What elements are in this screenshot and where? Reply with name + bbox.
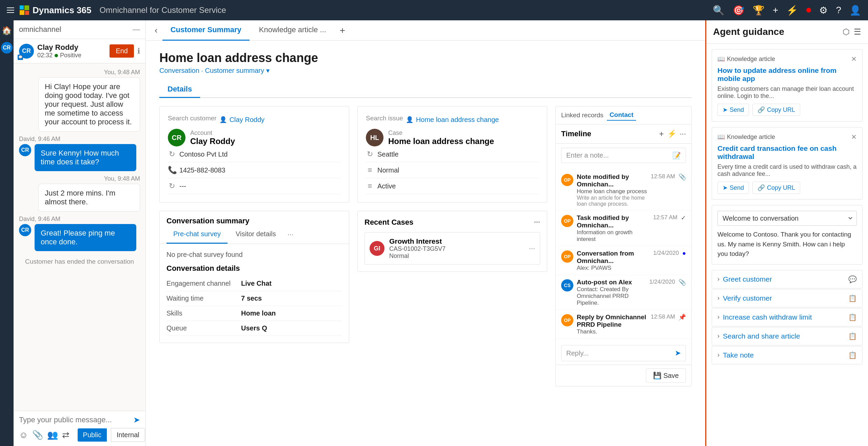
timeline-filter[interactable]: ⚡: [667, 129, 676, 138]
help-icon[interactable]: ?: [836, 5, 841, 16]
send-btn-1[interactable]: ➤ Send: [717, 182, 749, 194]
internal-button[interactable]: Internal: [111, 428, 145, 442]
pre-chat-tab[interactable]: Pre-chat survey: [166, 225, 228, 244]
step-item-0[interactable]: › Greet customer 💬: [712, 270, 863, 288]
summary-more[interactable]: ···: [284, 225, 297, 244]
case-item-0: GI Growth Interest CAS-01002-T3G5V7 Norm…: [364, 232, 540, 265]
timeline-entry-4: OP Reply by Omnichannel PRRD Pipeline Th…: [556, 310, 691, 339]
step-icon-2: 📋: [848, 313, 857, 321]
plus-icon[interactable]: +: [773, 5, 778, 16]
entry-subtitle-0: Home loan change process: [577, 188, 647, 195]
tab-add[interactable]: +: [336, 25, 349, 36]
timeline-entry-0: OP Note modified by Omnichan... Home loa…: [556, 170, 691, 211]
knowledge-title-0[interactable]: How to update address online from mobile…: [717, 66, 857, 83]
search-customer-label: Search customer: [168, 115, 217, 122]
timeline-add[interactable]: +: [659, 129, 664, 139]
step-arrow-0: ›: [717, 276, 719, 283]
copy-url-btn-0[interactable]: 🔗 Copy URL: [752, 104, 800, 116]
conv-detail-3: Queue Users Q: [166, 321, 342, 336]
target-icon[interactable]: 🎯: [733, 5, 745, 16]
step-item-3[interactable]: › Search and share article 📋: [712, 327, 863, 345]
recent-cases-more[interactable]: ···: [534, 218, 540, 227]
welcome-dropdown[interactable]: Welcome to conversation: [717, 211, 857, 226]
page-subtitle: Conversation · Customer summary ▾: [159, 66, 692, 75]
extra-value: ---: [179, 182, 186, 190]
case-avatar-0: GI: [370, 241, 384, 256]
minimize-icon[interactable]: —: [133, 25, 140, 34]
timeline-more[interactable]: ···: [680, 129, 686, 138]
public-button[interactable]: Public: [78, 428, 107, 442]
step-arrow-2: ›: [717, 313, 719, 321]
hamburger-menu[interactable]: [7, 7, 14, 13]
close-card-0[interactable]: ✕: [851, 55, 857, 63]
visitor-details-tab[interactable]: Visitor details: [229, 225, 283, 244]
recent-cases-card: Recent Cases ··· GI Growth Interest CAS-…: [357, 211, 547, 272]
emoji-icon[interactable]: ☺: [19, 430, 28, 440]
close-card-1[interactable]: ✕: [851, 133, 857, 141]
entry-icon-1: ✓: [681, 214, 686, 222]
linked-records-label: Linked records: [561, 112, 604, 119]
knowledge-title-1[interactable]: Credit card transaction fee on cash with…: [717, 144, 857, 161]
entry-content-4: Reply by Omnichannel PRRD Pipeline Thank…: [577, 313, 647, 335]
info-icon[interactable]: ℹ: [137, 47, 140, 56]
step-item-1[interactable]: › Verify customer 📋: [712, 289, 863, 307]
issue-link[interactable]: Home loan address change: [416, 116, 499, 124]
panel-list-icon[interactable]: ☰: [854, 27, 861, 37]
settings-icon[interactable]: ⚙: [819, 5, 828, 16]
chat-nav-icon[interactable]: CR: [1, 42, 13, 54]
detail-tab-details[interactable]: Details: [159, 81, 200, 98]
entry-content-2: Conversation from Omnichan... Alex: PVAW…: [577, 250, 650, 271]
case-more-0[interactable]: ···: [529, 244, 535, 253]
contact-tab[interactable]: Contact: [607, 110, 636, 121]
customer-link[interactable]: Clay Roddy: [230, 116, 264, 124]
step-item-4[interactable]: › Take note 📋: [712, 346, 863, 364]
step-item-2[interactable]: › Increase cash withdraw limit 📋: [712, 308, 863, 326]
transfer-icon[interactable]: ⇄: [62, 430, 70, 440]
people-icon[interactable]: 👥: [47, 430, 58, 440]
send-btn-0[interactable]: ➤ Send: [717, 104, 749, 116]
entry-title-4: Reply by Omnichannel PRRD Pipeline: [577, 313, 647, 328]
end-button[interactable]: End: [110, 44, 134, 58]
search-customer-row: Search customer 👤 Clay Roddy: [168, 115, 341, 125]
copy-url-btn-1[interactable]: 🔗 Copy URL: [752, 182, 800, 194]
entry-title-0: Note modified by Omnichan...: [577, 173, 647, 188]
timeline-note-input[interactable]: Enter a note... 📝: [561, 148, 686, 163]
panel-collapse-icon[interactable]: ⬡: [843, 27, 850, 37]
company-row: ↻ Contoso Pvt Ltd: [168, 146, 341, 162]
conv-label-0: Engagement channel: [166, 280, 241, 287]
filter-icon[interactable]: ⚡: [786, 5, 798, 16]
case-name: Home loan address change: [388, 137, 494, 146]
reply-send-icon[interactable]: ➤: [675, 349, 681, 358]
chat-input[interactable]: [19, 415, 133, 424]
step-label-4: Take note: [723, 351, 754, 359]
agent-panel: Agent guidance ⬡ ☰ 📖 Knowledge article ✕…: [705, 20, 868, 446]
send-icon[interactable]: ➤: [133, 415, 140, 425]
tab-knowledge-article[interactable]: Knowledge article ...: [251, 20, 334, 41]
msg-right-1: You, 9:48 AM Hi Clay! Hope your are doin…: [19, 69, 140, 131]
entry-icon-2: ●: [682, 250, 686, 257]
reply-input[interactable]: Reply... ➤: [561, 345, 686, 361]
conv-value-0: Live Chat: [241, 280, 272, 287]
timeline-panel: Linked records Contact Timeline + ⚡ ··· …: [555, 106, 692, 386]
attachment-icon[interactable]: 📎: [32, 430, 43, 440]
positive-dot: [55, 54, 58, 57]
save-button[interactable]: 💾 Save: [646, 368, 686, 383]
user-icon[interactable]: 👤: [849, 5, 861, 16]
link-icon-1: 🔗: [757, 184, 765, 191]
status-value: Active: [377, 182, 396, 190]
linked-records-bar: Linked records Contact: [556, 106, 691, 124]
detail-tabs: Details: [159, 81, 692, 98]
customer-card: Search customer 👤 Clay Roddy CR Account …: [159, 106, 349, 203]
case-label: Case: [388, 129, 494, 137]
case-priority-0: Normal: [389, 252, 524, 260]
back-arrow[interactable]: ‹: [151, 20, 161, 41]
tab-customer-summary[interactable]: Customer Summary: [162, 20, 250, 41]
chat-input-area: ➤ ☺ 📎 👥 ⇄ Public Internal: [14, 411, 145, 446]
step-icon-0: 💬: [848, 275, 857, 283]
chat-area: You, 9:48 AM Hi Clay! Hope your are doin…: [14, 63, 145, 411]
chat-panel: omnichannel — CR 💬 Clay Roddy 02:32 Posi…: [14, 20, 146, 446]
priority-icon: ≡: [366, 166, 374, 175]
home-nav-icon[interactable]: 🏠: [2, 26, 12, 35]
search-icon[interactable]: 🔍: [713, 5, 725, 16]
trophy-icon[interactable]: 🏆: [753, 5, 765, 16]
